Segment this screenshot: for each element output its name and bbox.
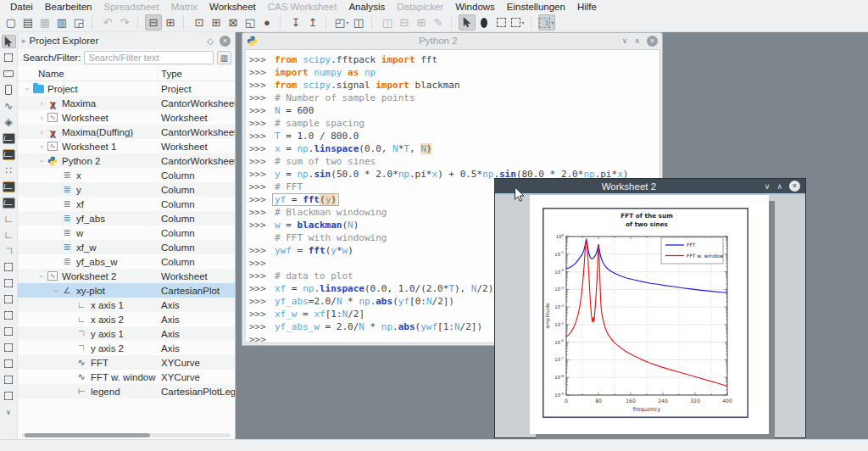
- tree-row-fft[interactable]: ∿FFTXYCurve: [18, 355, 235, 370]
- shift-left-icon[interactable]: [2, 357, 16, 370]
- undo-icon[interactable]: ↶: [99, 14, 116, 31]
- new-spreadsheet-icon[interactable]: ⊞: [208, 14, 225, 31]
- fit-to-height-icon[interactable]: ◫: [350, 14, 367, 31]
- fft-plot[interactable]: 08016024032040010010-110-210-310-410-510…: [542, 208, 748, 418]
- expander-icon[interactable]: ›: [52, 287, 60, 295]
- tree-row-w[interactable]: ≣wColumn: [18, 226, 235, 240]
- toggle-properties-explorer-icon[interactable]: ⊞: [162, 14, 179, 31]
- print-icon[interactable]: ▥: [53, 14, 70, 31]
- zoom-x-icon[interactable]: [2, 309, 16, 322]
- maximize-window-icon[interactable]: ∧: [776, 182, 782, 191]
- zoom-select-mode-2-icon[interactable]: ▾: [509, 14, 526, 31]
- menu-windows[interactable]: Windows: [450, 0, 500, 14]
- minimize-window-icon[interactable]: ∨: [765, 182, 771, 191]
- zoom-select-icon[interactable]: [2, 51, 16, 64]
- tree-row-worksheet[interactable]: ›∿WorksheetWorksheet: [18, 110, 235, 125]
- split-top-bottom-icon[interactable]: ⊟: [396, 14, 413, 31]
- tree-row-worksheet-2[interactable]: ›∿Worksheet 2Worksheet: [18, 269, 235, 283]
- column-header-type[interactable]: Type: [159, 66, 235, 81]
- new-plot-area-icon[interactable]: ◰▾: [333, 14, 350, 31]
- close-panel-icon[interactable]: ×: [220, 36, 231, 47]
- new-plot-boxed-icon[interactable]: [2, 196, 16, 209]
- menu-bearbeiten[interactable]: Bearbeiten: [40, 0, 97, 14]
- new-datapicker-icon[interactable]: ●: [259, 14, 275, 31]
- expander-icon[interactable]: ›: [37, 99, 46, 108]
- zoom-out-icon[interactable]: [2, 292, 16, 306]
- current-command-box[interactable]: yf = fft(y): [272, 193, 339, 206]
- new-axis-icon[interactable]: ∟: [2, 212, 16, 226]
- tree-row-yf-abs-w[interactable]: ≣yf_abs_wColumn: [18, 254, 235, 269]
- zoom-select-mode-icon[interactable]: [492, 14, 509, 31]
- new-matrix-icon[interactable]: ⊠: [225, 14, 242, 31]
- menu-cas-worksheet[interactable]: CAS Worksheet: [263, 0, 342, 14]
- expander-icon[interactable]: ›: [37, 157, 46, 165]
- python-window-titlebar[interactable]: Python 2 ∨ ∧ ×: [242, 33, 662, 48]
- zoom-fit-icon[interactable]: [2, 260, 16, 274]
- worksheet-window-titlebar[interactable]: Worksheet 2 ∨ ∧ ×: [495, 179, 805, 195]
- tree-horizontal-scrollbar[interactable]: [18, 431, 235, 439]
- shift-up-icon[interactable]: [2, 373, 16, 387]
- menu-hilfe[interactable]: Hilfe: [572, 0, 602, 14]
- maximize-window-icon[interactable]: ∧: [634, 36, 640, 45]
- tree-row-xf[interactable]: ≣xfColumn: [18, 197, 235, 211]
- new-histogram-icon[interactable]: ◈: [2, 115, 16, 129]
- new-plot-two-axes-icon[interactable]: [2, 148, 16, 161]
- expander-icon[interactable]: ›: [37, 114, 46, 122]
- select-icon[interactable]: [2, 35, 16, 48]
- new-xy-curve-icon[interactable]: ∿: [2, 99, 16, 113]
- tree-row-worksheet-1[interactable]: ›∿Worksheet 1Worksheet: [18, 139, 235, 153]
- tree-row-maxima[interactable]: ›χMaximaCantorWorksheet: [18, 96, 235, 110]
- tree-row-x-axis-2[interactable]: ∟x axis 2Axis: [18, 312, 235, 326]
- new-plot-four-axes-icon[interactable]: [2, 131, 16, 145]
- tree-row-legend[interactable]: ⊢legendCartesianPlotLege...: [18, 384, 235, 398]
- tree-row-python-2[interactable]: ›Python 2CantorWorksheet: [18, 153, 235, 168]
- new-project-icon[interactable]: ▢: [3, 14, 19, 31]
- menu-worksheet[interactable]: Worksheet: [204, 0, 261, 14]
- select-and-edit-mode-icon[interactable]: [459, 14, 476, 31]
- minimize-window-icon[interactable]: ∨: [622, 36, 628, 45]
- expander-icon[interactable]: ›: [37, 128, 46, 136]
- tree-row-xf-w[interactable]: ≣xf_wColumn: [18, 240, 235, 254]
- resize-horizontal-icon[interactable]: [2, 67, 16, 81]
- tree-row-y[interactable]: ≣yColumn: [18, 182, 235, 197]
- new-y-axis-icon[interactable]: ∟: [2, 244, 16, 258]
- zoom-in-icon[interactable]: [2, 276, 16, 290]
- dropdown-caret-icon[interactable]: ▾: [346, 19, 348, 25]
- tree-row-fft-w-window[interactable]: ∿FFT w. windowXYCurve: [18, 370, 235, 384]
- split-grid-icon[interactable]: ⊞: [413, 14, 430, 31]
- menu-datapicker[interactable]: Datapicker: [392, 0, 448, 14]
- menu-datei[interactable]: Datei: [5, 0, 38, 14]
- tree-row-maxima-duffing-[interactable]: ›χMaxima(Duffing)CantorWorksheet: [18, 125, 235, 139]
- navigation-mode-icon[interactable]: [476, 14, 492, 31]
- menu-analysis[interactable]: Analysis: [343, 0, 390, 14]
- new-cantor-worksheet-icon[interactable]: ⊡: [191, 14, 208, 31]
- search-filter-input[interactable]: [84, 51, 214, 64]
- new-worksheet-icon[interactable]: ◱: [242, 14, 259, 31]
- presenter-mode-icon[interactable]: 1▾: [538, 14, 555, 31]
- new-x-axis-icon[interactable]: ∟: [2, 228, 16, 242]
- more-actions-icon[interactable]: ∨: [2, 405, 16, 419]
- menu-matrix[interactable]: Matrix: [166, 0, 203, 14]
- expander-icon[interactable]: ›: [23, 85, 31, 93]
- shift-down-icon[interactable]: [2, 389, 16, 403]
- tree-row-yf-abs[interactable]: ≣yf_absColumn: [18, 211, 235, 226]
- float-panel-icon[interactable]: ◇: [207, 36, 214, 46]
- dropdown-caret-icon[interactable]: ▾: [521, 19, 524, 25]
- tree-row-project[interactable]: ›ProjectProject: [18, 81, 235, 96]
- tree-row-x[interactable]: ≣xColumn: [18, 168, 235, 182]
- redo-icon[interactable]: ↷: [116, 14, 133, 31]
- tree-row-y-axis-1[interactable]: ∟y axis 1Axis: [18, 326, 235, 341]
- new-scatter-icon[interactable]: ∷: [2, 164, 16, 177]
- tree-row-x-axis-1[interactable]: ∟x axis 1Axis: [18, 298, 235, 312]
- print-preview-icon[interactable]: ◲: [70, 14, 87, 31]
- scrollbar-thumb[interactable]: [25, 433, 150, 437]
- edit-note-icon[interactable]: ✎: [430, 14, 447, 31]
- save-project-icon[interactable]: ▦: [36, 14, 53, 31]
- new-plot-centered-axes-icon[interactable]: [2, 180, 16, 193]
- split-left-right-icon[interactable]: ◫: [379, 14, 396, 31]
- close-window-icon[interactable]: ×: [647, 36, 658, 47]
- expander-icon[interactable]: ›: [37, 272, 46, 281]
- shift-right-icon[interactable]: [2, 341, 16, 354]
- expander-icon[interactable]: ›: [37, 142, 46, 151]
- resize-vertical-icon[interactable]: [2, 83, 16, 97]
